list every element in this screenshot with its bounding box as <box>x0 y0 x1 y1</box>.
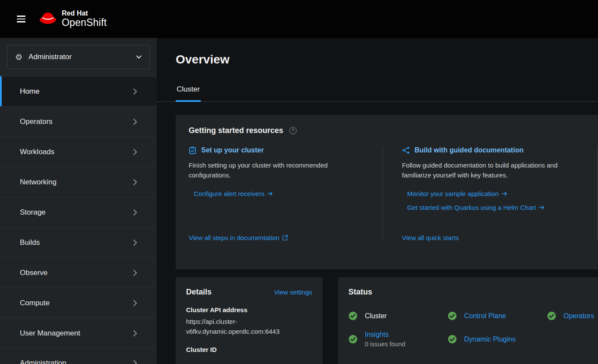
cluster-api-address-value: https://api.cluster-v6fkv.dynamic.opentl… <box>186 317 312 336</box>
route-icon <box>402 146 410 154</box>
sidebar-item-label: Home <box>20 87 39 96</box>
view-all-quick-starts-link[interactable]: View all quick starts <box>402 234 584 241</box>
sidebar-item-compute[interactable]: Compute <box>0 288 157 318</box>
overview-dashboard: Getting started resources ? Set up your … <box>157 102 598 364</box>
redhat-fedora-icon <box>38 9 57 28</box>
menu-icon <box>17 16 25 17</box>
guided-documentation-column: Build with guided documentation Follow g… <box>383 146 597 241</box>
monitor-sample-app-link[interactable]: Monitor your sample application <box>407 190 584 197</box>
cluster-api-address-label: Cluster API address <box>186 306 312 313</box>
chevron-right-icon <box>133 149 137 155</box>
setup-cluster-title-row: Set up your cluster <box>189 146 365 154</box>
status-item-control-plane: Control Plane <box>448 311 547 320</box>
perspective-label: Administrator <box>28 53 72 61</box>
guided-documentation-link[interactable]: Build with guided documentation <box>414 146 523 154</box>
getting-started-card: Getting started resources ? Set up your … <box>176 115 598 269</box>
status-item-operators: Operators <box>547 311 598 320</box>
details-header: Details View settings <box>186 288 312 297</box>
setup-cluster-column: Set up your cluster Finish setting up yo… <box>176 146 383 241</box>
status-grid: Cluster Control Plane Operators Insights <box>348 311 598 348</box>
arrow-right-icon <box>267 191 273 196</box>
sidebar-item-home[interactable]: Home <box>0 76 157 106</box>
sidebar-item-builds[interactable]: Builds <box>0 227 157 257</box>
brand-redhat: Red Hat <box>62 9 107 17</box>
sidebar-nav: ⚙ Administrator Home Operators Workloads… <box>0 38 157 364</box>
brand-text: Red Hat OpenShift <box>62 9 107 28</box>
guided-documentation-links: Monitor your sample application Get star… <box>402 190 584 211</box>
brand-openshift: OpenShift <box>62 17 107 28</box>
insights-issues-count: 0 issues found <box>365 341 405 348</box>
sidebar-item-storage[interactable]: Storage <box>0 197 157 227</box>
nav-list: Home Operators Workloads Networking Stor… <box>0 76 157 364</box>
sidebar-item-administration[interactable]: Administration <box>0 348 157 364</box>
dynamic-plugins-link[interactable]: Dynamic Plugins <box>464 336 516 343</box>
guided-documentation-description: Follow guided documentation to build app… <box>402 160 568 180</box>
main-content: Overview Cluster Getting started resourc… <box>157 38 598 364</box>
chevron-right-icon <box>133 88 137 95</box>
setup-cluster-links: Configure alert receivers <box>189 190 365 197</box>
tab-bar: Cluster <box>157 79 598 102</box>
status-item-cluster: Cluster <box>348 311 448 320</box>
masthead: Red Hat OpenShift <box>0 0 598 38</box>
chevron-right-icon <box>133 330 137 337</box>
control-plane-link[interactable]: Control Plane <box>464 312 506 320</box>
chevron-right-icon <box>133 300 137 307</box>
check-circle-icon <box>448 311 457 320</box>
sidebar-item-observe[interactable]: Observe <box>0 257 157 288</box>
setup-cluster-link[interactable]: Set up your cluster <box>201 146 264 154</box>
sidebar-item-label: Builds <box>20 238 40 247</box>
help-icon[interactable]: ? <box>289 127 297 134</box>
chevron-right-icon <box>133 360 137 364</box>
insights-link[interactable]: Insights <box>365 331 389 338</box>
menu-icon <box>17 21 25 22</box>
sidebar-item-user-management[interactable]: User Management <box>0 318 157 348</box>
sidebar-item-label: Compute <box>20 299 50 307</box>
arrow-right-icon <box>539 205 544 210</box>
nav-toggle-button[interactable] <box>14 13 28 25</box>
clipboard-check-icon <box>189 146 196 154</box>
getting-started-body: Set up your cluster Finish setting up yo… <box>176 139 598 253</box>
view-settings-link[interactable]: View settings <box>274 288 312 296</box>
view-all-steps-link[interactable]: View all steps in documentation <box>189 234 365 241</box>
brand-logo[interactable]: Red Hat OpenShift <box>38 9 107 28</box>
status-item-dynamic-plugins: Dynamic Plugins <box>448 335 547 344</box>
tab-cluster[interactable]: Cluster <box>176 79 201 102</box>
check-circle-icon <box>348 311 358 320</box>
sidebar-item-label: Administration <box>20 359 66 364</box>
operators-link[interactable]: Operators <box>563 312 594 320</box>
status-title: Status <box>348 288 372 297</box>
sidebar-item-label: User Management <box>20 329 80 338</box>
check-circle-icon <box>547 311 556 320</box>
setup-cluster-description: Finish setting up your cluster with reco… <box>189 160 355 180</box>
details-list: Cluster API address https://api.cluster-… <box>186 306 312 353</box>
sidebar-item-label: Workloads <box>20 148 54 156</box>
chevron-right-icon <box>133 269 137 276</box>
insights-text-block: Insights 0 issues found <box>365 331 405 348</box>
menu-icon <box>17 19 25 20</box>
sidebar-item-workloads[interactable]: Workloads <box>0 136 157 167</box>
chevron-right-icon <box>133 118 137 125</box>
sidebar-item-label: Operators <box>20 117 53 126</box>
check-circle-icon <box>348 335 358 344</box>
caret-down-icon <box>136 55 142 59</box>
status-item-insights: Insights 0 issues found <box>348 331 448 348</box>
dashboard-cards-row: Details View settings Cluster API addres… <box>176 277 598 364</box>
chevron-right-icon <box>133 179 137 186</box>
getting-started-header: Getting started resources ? <box>176 115 598 139</box>
sidebar-item-networking[interactable]: Networking <box>0 167 157 197</box>
page-title: Overview <box>157 38 598 66</box>
check-circle-icon <box>448 335 457 344</box>
sidebar-item-label: Observe <box>20 269 47 277</box>
chevron-right-icon <box>133 239 137 246</box>
sidebar-item-label: Storage <box>20 208 46 217</box>
arrow-right-icon <box>502 191 507 196</box>
cluster-id-label: Cluster ID <box>186 346 312 353</box>
cogs-icon: ⚙ <box>15 52 22 62</box>
quarkus-helm-chart-link[interactable]: Get started with Quarkus using a Helm Ch… <box>407 204 584 211</box>
guided-documentation-title-row: Build with guided documentation <box>402 146 584 154</box>
sidebar-item-operators[interactable]: Operators <box>0 106 157 136</box>
configure-alert-receivers-link[interactable]: Configure alert receivers <box>194 190 365 197</box>
status-card: Status View alerts Cluster Control Plane… <box>338 277 598 364</box>
chevron-right-icon <box>133 209 137 216</box>
perspective-switcher[interactable]: ⚙ Administrator <box>7 45 150 69</box>
